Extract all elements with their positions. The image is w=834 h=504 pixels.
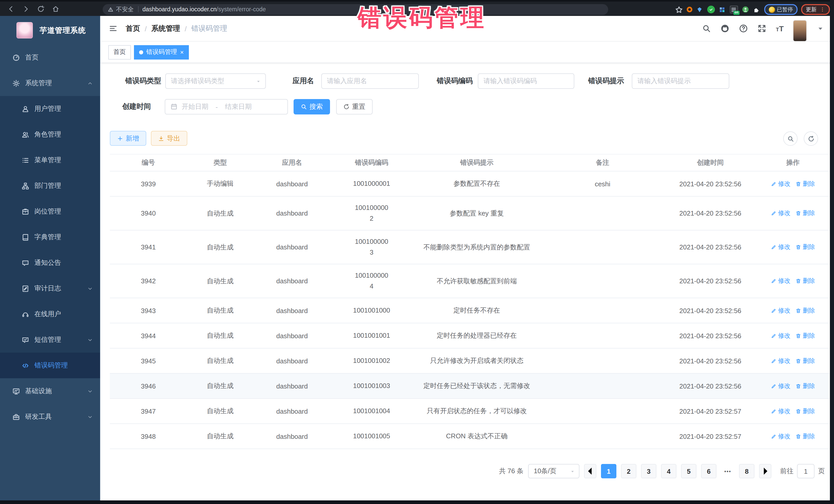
extension-paused-badge[interactable]: 已暂停 [764,4,797,15]
ext-grid-icon[interactable] [718,6,726,13]
edit-link[interactable]: 修改 [771,209,790,218]
error-msg-input[interactable]: 请输入错误码提示 [632,73,729,89]
sidebar-item-研发工具[interactable]: 研发工具 [0,404,100,430]
delete-link[interactable]: 删除 [795,277,815,285]
page-button-2[interactable]: 2 [621,464,636,478]
delete-link[interactable]: 删除 [795,432,815,441]
delete-link[interactable]: 删除 [795,407,815,415]
font-size-icon[interactable]: TT [776,25,784,32]
goto-page-input[interactable] [797,464,814,478]
page-button-5[interactable]: 5 [681,464,697,478]
forward-icon[interactable] [22,5,30,13]
sidebar-item-基础设施[interactable]: 基础设施 [0,378,100,404]
delete-link[interactable]: 删除 [795,381,815,390]
sidebar-item-岗位管理[interactable]: 岗位管理 [0,199,100,224]
edit-link[interactable]: 修改 [771,356,790,365]
action-label: 修改 [778,209,790,218]
ext-spy-icon[interactable] [741,6,749,13]
app-name-input[interactable]: 请输入应用名 [321,73,419,89]
action-label: 删除 [803,381,815,390]
cell-code: 100100000 2 [331,196,413,230]
next-page-button[interactable] [759,464,771,478]
kebab-menu-icon[interactable] [820,7,825,12]
ext-on-icon[interactable]: on [729,6,738,13]
ext-puzzle-icon[interactable] [753,6,760,13]
browser-update-button[interactable]: 更新 [801,4,830,15]
edit-link[interactable]: 修改 [771,243,790,251]
table-refresh-button[interactable] [804,131,818,146]
ext-orange-icon[interactable] [686,7,692,12]
sidebar-item-短信管理[interactable]: 短信管理 [0,327,100,353]
cell-code: 1001001004 [331,398,413,424]
edit-link[interactable]: 修改 [771,179,790,188]
breadcrumb-item[interactable]: 首页 [126,24,140,33]
prev-page-button[interactable] [584,464,596,478]
hamburger-icon[interactable] [109,24,117,33]
date-range-picker[interactable]: 开始日期 - 结束日期 [165,99,288,114]
edit-link[interactable]: 修改 [771,432,790,441]
page-size-select[interactable]: 10条/页 [528,464,579,478]
page-button-4[interactable]: 4 [661,464,676,478]
sidebar-item-错误码管理[interactable]: 错误码管理 [0,353,100,378]
sidebar-item-字典管理[interactable]: 字典管理 [0,224,100,250]
edit-link[interactable]: 修改 [771,306,790,315]
add-button[interactable]: 新增 [110,131,146,146]
app-logo-row[interactable]: 芋道管理系统 [0,16,100,45]
delete-link[interactable]: 删除 [795,331,815,340]
search-button[interactable]: 搜索 [293,99,330,114]
edit-link[interactable]: 修改 [771,381,790,390]
delete-link[interactable]: 删除 [795,209,815,218]
cell-time: 2021-04-20 23:52:57 [664,424,756,449]
error-code-input[interactable]: 请输入错误码编码 [478,73,574,89]
search-icon[interactable] [702,24,710,33]
cell-code: 100100000 4 [331,264,413,298]
back-icon[interactable] [7,5,15,13]
page-button-6[interactable]: 6 [701,464,717,478]
ext-gem-icon[interactable] [696,6,703,13]
url-text[interactable]: dashboard.yudao.iocoder.cn/system/error-… [142,6,266,12]
export-button[interactable]: 导出 [151,131,187,146]
chevron-down-icon[interactable] [816,24,825,33]
ext-green-check-icon[interactable] [707,6,715,13]
sidebar-item-角色管理[interactable]: 角色管理 [0,122,100,147]
edit-link[interactable]: 修改 [771,331,790,340]
table-search-button[interactable] [783,131,797,146]
cell-msg: 只有开启状态的任务，才可以修改 [413,398,541,424]
error-type-select[interactable]: 请选择错误码类型 [165,73,266,89]
sidebar-item-首页[interactable]: 首页 [0,45,100,70]
sidebar-item-部门管理[interactable]: 部门管理 [0,173,100,199]
table-row: 3943自动生成dashboard1001001000定时任务不存在2021-0… [110,298,829,323]
security-label[interactable]: 不安全 [116,5,134,13]
sidebar-item-系统管理[interactable]: 系统管理 [0,70,100,96]
help-icon[interactable] [739,24,748,33]
delete-link[interactable]: 删除 [795,243,815,251]
sidebar-item-在线用户[interactable]: 在线用户 [0,301,100,327]
fullscreen-icon[interactable] [757,24,766,33]
edit-icon [771,278,776,284]
edit-link[interactable]: 修改 [771,277,790,285]
reload-icon[interactable] [37,5,45,13]
close-icon[interactable]: × [180,49,184,55]
page-button-1[interactable]: 1 [601,464,616,478]
reset-button[interactable]: 重置 [336,99,373,114]
sidebar-item-用户管理[interactable]: 用户管理 [0,96,100,122]
delete-link[interactable]: 删除 [795,179,815,188]
sidebar-item-通知公告[interactable]: 通知公告 [0,250,100,276]
page-button-3[interactable]: 3 [641,464,656,478]
sidebar-item-审计日志[interactable]: 审计日志 [0,276,100,301]
page-button-8[interactable]: 8 [739,464,754,478]
tag-错误码管理[interactable]: 错误码管理× [134,45,189,59]
delete-link[interactable]: 删除 [795,356,815,365]
home-icon[interactable] [52,5,60,13]
github-icon[interactable] [720,24,729,33]
page-ellipsis[interactable]: ••• [721,464,734,478]
delete-link[interactable]: 删除 [795,306,815,315]
breadcrumb-item[interactable]: 系统管理 [151,24,180,33]
bookmark-star-icon[interactable] [675,5,683,14]
user-avatar[interactable] [793,20,806,41]
sidebar-item-菜单管理[interactable]: 菜单管理 [0,147,100,173]
tag-首页[interactable]: 首页 [108,45,131,59]
address-bar[interactable]: 不安全 dashboard.yudao.iocoder.cn/system/er… [103,4,608,15]
edit-link[interactable]: 修改 [771,407,790,415]
action-label: 修改 [778,179,790,188]
